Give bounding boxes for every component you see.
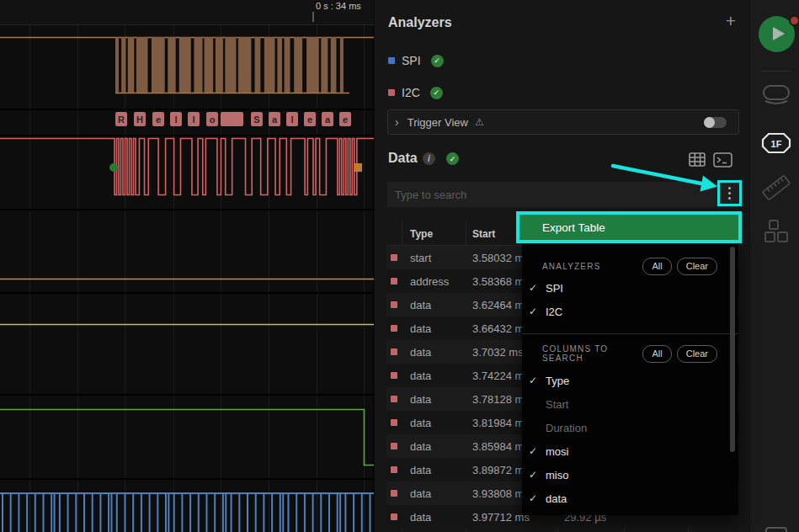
- trigger-view-panel[interactable]: › Trigger View ⚠: [387, 109, 739, 135]
- cell-start: 3.89872 ms: [472, 464, 530, 476]
- menu-item-label: I2C: [546, 306, 562, 318]
- i2c-byte-label: e: [304, 112, 316, 126]
- analyzer-ok-check-icon: ✓: [431, 55, 444, 67]
- menu-scrollbar[interactable]: [730, 247, 735, 452]
- trigger-view-label: Trigger View: [407, 116, 468, 129]
- trigger-view-toggle[interactable]: [704, 117, 727, 128]
- device-icon[interactable]: [759, 80, 793, 110]
- data-ok-check-icon: ✓: [446, 152, 459, 165]
- i2c-frame-icon: [391, 396, 397, 402]
- toolbar-divider: [761, 71, 791, 72]
- menu-item-label: data: [546, 492, 567, 505]
- i2c-frame-icon: [391, 490, 397, 497]
- data-section-title: Data: [388, 151, 418, 166]
- analyzers-filter-header: ANALYZERS All Clear: [522, 254, 738, 278]
- cell-start: 3.62464 ms: [472, 299, 530, 311]
- columns-filter-label: COLUMNS TO SEARCH: [542, 344, 642, 363]
- i2c-byte-label: e: [339, 112, 351, 126]
- table-grid-icon[interactable]: [689, 152, 706, 170]
- analyzers-title: Analyzers: [388, 15, 452, 30]
- cell-type: address: [410, 275, 449, 288]
- menu-item-analyzer[interactable]: ✓ SPI: [522, 276, 738, 300]
- search-input[interactable]: [387, 182, 739, 207]
- cell-start: 3.66432 ms: [472, 322, 530, 335]
- analyzer-color-swatch: [388, 89, 395, 96]
- extensions-blocks-icon[interactable]: [759, 217, 793, 247]
- cell-type: data: [410, 511, 431, 524]
- column-header-start[interactable]: Start: [472, 228, 495, 240]
- i2c-byte-label: a: [269, 112, 280, 126]
- chevron-right-icon[interactable]: ›: [395, 115, 399, 129]
- menu-item-column[interactable]: ✓ mosi: [522, 439, 738, 463]
- columns-all-button[interactable]: All: [642, 345, 671, 363]
- feedback-chat-icon[interactable]: [759, 520, 793, 532]
- column-header-type[interactable]: Type: [410, 228, 433, 240]
- cell-start: 3.58032 ms: [472, 252, 530, 264]
- info-icon[interactable]: i: [423, 152, 435, 165]
- export-table-highlight: Export Table: [516, 211, 742, 243]
- table-options-kebab-button[interactable]: [717, 180, 742, 206]
- menu-item-column[interactable]: ✓ miso: [522, 463, 738, 487]
- menu-item-label: Type: [546, 375, 569, 387]
- cell-type: data: [410, 322, 431, 335]
- analyzer-row[interactable]: I2C ✓: [388, 85, 443, 100]
- cell-start: 3.78128 ms: [472, 393, 530, 406]
- analyzers-all-button[interactable]: All: [642, 258, 671, 275]
- export-table-button[interactable]: Export Table: [519, 215, 738, 240]
- timeline-clock-label: 0 s : 34 ms: [316, 1, 361, 11]
- i2c-byte-label: o: [206, 112, 218, 126]
- cell-type: data: [410, 299, 431, 311]
- i2c-frame-icon: [391, 301, 397, 308]
- i2c-byte-label: [221, 112, 243, 126]
- terminal-icon[interactable]: [713, 152, 732, 171]
- i2c-frame-icon: [391, 372, 397, 379]
- cell-start: 3.85984 ms: [472, 440, 530, 453]
- cell-start: 3.93808 ms: [472, 487, 530, 500]
- cell-type: data: [410, 487, 431, 500]
- add-analyzer-button[interactable]: +: [722, 12, 740, 30]
- check-icon: ✓: [529, 492, 546, 504]
- i2c-frame-icon: [391, 254, 397, 261]
- columns-filter-header: COLUMNS TO SEARCH All Clear: [522, 342, 738, 365]
- waveform-canvas: [0, 0, 374, 532]
- menu-item-column[interactable]: ✓ Duration: [522, 416, 738, 439]
- analyzers-clear-button[interactable]: Clear: [677, 258, 717, 275]
- cell-type: data: [410, 440, 431, 453]
- start-capture-button[interactable]: [759, 16, 795, 52]
- menu-item-label: Start: [546, 398, 568, 411]
- cell-type: data: [410, 370, 431, 382]
- analyzer-color-swatch: [388, 57, 395, 64]
- i2c-frame-icon: [391, 278, 397, 285]
- i2c-byte-label: R: [115, 112, 127, 126]
- analyzers-filter-label: ANALYZERS: [542, 262, 642, 271]
- analyzer-name: I2C: [402, 86, 420, 99]
- i2c-frame-icon: [391, 513, 397, 520]
- i2c-byte-label: S: [251, 112, 263, 126]
- menu-item-label: miso: [546, 469, 568, 481]
- i2c-frame-icon: [391, 348, 397, 355]
- frame-1f-icon[interactable]: 1F: [759, 128, 793, 158]
- i2c-frame-icon: [391, 419, 397, 426]
- toggle-knob: [704, 117, 715, 128]
- i2c-byte-label: l: [188, 112, 200, 126]
- waveform-viewport[interactable]: 0 s : 34 ms RHelloSaleae: [0, 0, 374, 532]
- cell-start: 3.97712 ms: [472, 511, 530, 524]
- i2c-byte-label: a: [322, 112, 333, 126]
- analyzer-ok-check-icon: ✓: [430, 87, 443, 99]
- cell-start: 3.81984 ms: [472, 417, 530, 429]
- i2c-frame-icon: [391, 325, 397, 332]
- menu-item-column[interactable]: ✓ Start: [522, 392, 738, 416]
- check-icon: ✓: [529, 445, 546, 457]
- analyzer-row[interactable]: SPI ✓: [388, 53, 444, 68]
- timeline-ruler[interactable]: 0 s : 34 ms: [0, 0, 374, 25]
- menu-item-analyzer[interactable]: ✓ I2C: [522, 300, 738, 323]
- menu-item-column[interactable]: ✓ Type: [522, 369, 738, 392]
- menu-item-column[interactable]: ✓ data: [522, 487, 738, 510]
- menu-item-label: Duration: [546, 422, 587, 434]
- columns-clear-button[interactable]: Clear: [677, 345, 717, 363]
- analyzer-start-marker: [109, 163, 118, 172]
- warning-icon: ⚠: [475, 116, 484, 128]
- measure-ruler-icon[interactable]: [759, 173, 793, 203]
- svg-text:1F: 1F: [771, 139, 782, 149]
- cell-type: data: [410, 417, 431, 429]
